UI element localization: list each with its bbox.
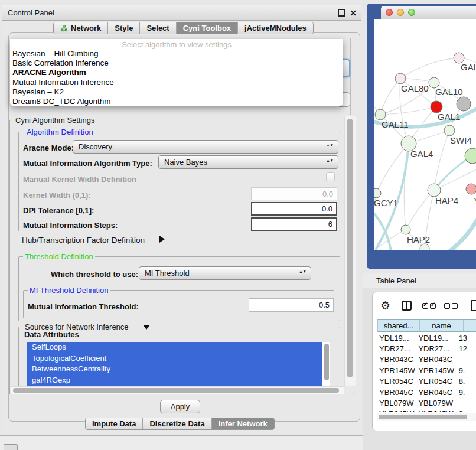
bottom-tab-discretize-data[interactable]: Discretize Data [143, 418, 211, 429]
network-edge [376, 144, 409, 193]
mi-threshold-label: Mutual Information Threshold: [28, 302, 139, 311]
network-node-gcy1[interactable] [374, 188, 381, 198]
table-hscrollbar[interactable] [377, 413, 476, 421]
network-node-label: HAP4 [435, 195, 458, 206]
data-attributes-label: Data Attributes [24, 330, 79, 339]
network-node-label: GCY1 [374, 198, 398, 208]
document-icon[interactable] [471, 300, 476, 311]
network-node-label: HAP2 [407, 234, 430, 244]
corner-button-fragment[interactable] [4, 444, 18, 450]
attribute-item-selfloops[interactable]: SelfLoops [27, 342, 322, 353]
table-header: shared...nameA [377, 319, 476, 332]
algorithm-option-dream8-dc-tdc-algorithm[interactable]: Dream8 DC_TDC Algorithm [10, 97, 343, 106]
table-panel-titlebar[interactable]: Table Panel [363, 273, 476, 289]
settings-vscrollbar[interactable] [344, 116, 356, 386]
table-row[interactable]: YBR045CYBR045C9. [377, 387, 476, 397]
table-row[interactable]: YPR145WYPR145W9. [377, 365, 476, 376]
tab-select[interactable]: Select [140, 22, 176, 34]
network-node-swi4[interactable] [444, 125, 455, 136]
network-node-y[interactable] [466, 184, 476, 194]
close-icon[interactable]: ✕ [350, 9, 357, 17]
control-panel-title: Control Panel [2, 8, 54, 17]
aracne-mode-select[interactable]: Discovery ▲▼ [73, 140, 338, 154]
bottom-tab-impute-data[interactable]: Impute Data [86, 418, 143, 429]
table-row[interactable]: YLR345WYLR345W9. [377, 409, 476, 412]
which-threshold-select[interactable]: MI Threshold ▲▼ [139, 266, 311, 280]
table-row[interactable]: YER054CYER054C8. [377, 376, 476, 387]
network-node-hap2[interactable] [401, 225, 410, 234]
dpi-tolerance-field[interactable]: 0.0 [251, 202, 337, 216]
algorithm-option-mutual-information-inference[interactable]: Mutual Information Inference [10, 78, 343, 87]
zoom-traffic-light-icon[interactable] [408, 9, 415, 16]
bottom-tab-infer-network[interactable]: Infer Network [212, 418, 274, 429]
network-canvas[interactable]: GALGAL80GAL10GAL1GAL11SWI4GAL4GCY1HAP4YH… [374, 19, 476, 250]
deselect-checkboxes-icon[interactable] [444, 303, 458, 309]
network-node-gal11[interactable] [375, 109, 386, 120]
combo-arrows-icon: ▲▼ [326, 158, 334, 162]
bottom-tabbar: Impute DataDiscretize DataInfer Network [85, 418, 275, 430]
float-window-icon[interactable] [338, 9, 345, 17]
data-attributes-list[interactable]: SelfLoopsTopologicalCoefficientBetweenne… [27, 342, 330, 387]
combo-arrows-icon: ▲▼ [299, 269, 307, 273]
algorithm-option-aracne-algorithm[interactable]: ARACNE Algorithm [10, 68, 343, 77]
expander-arrow-down-icon[interactable] [143, 325, 150, 330]
table-row[interactable]: YDL19...YDL19...13 [377, 332, 476, 343]
list-scrollbar[interactable] [324, 344, 329, 380]
apply-button[interactable]: Apply [160, 400, 200, 413]
network-node-gal80[interactable] [395, 73, 406, 84]
network-node-label: Y [474, 195, 476, 206]
network-edge [380, 79, 400, 115]
algorithm-option-basic-correlation-inference[interactable]: Basic Correlation Inference [10, 58, 343, 68]
mi-type-select[interactable]: Naive Bayes ▲▼ [158, 155, 338, 169]
tab-network[interactable]: Network [54, 22, 108, 34]
column-header-shared[interactable]: shared... [377, 319, 420, 332]
tab-style[interactable]: Style [108, 22, 140, 34]
table-row[interactable]: YDR27...YDR27...12 [377, 343, 476, 354]
network-node-gal1[interactable] [431, 101, 442, 113]
network-edge [400, 58, 459, 79]
screen: Control Panel ✕ NetworkStyleSelectCyni T… [0, 0, 476, 450]
algorithm-popup-items: Bayesian – Hill ClimbingBasic Correlatio… [10, 49, 343, 106]
hub-section-expander[interactable]: Hub/Transcription Factor Definition [22, 236, 145, 244]
algorithm-option-bayesian-hill-climbing[interactable]: Bayesian – Hill Climbing [10, 49, 343, 58]
tab-jactivemnodules[interactable]: jActiveMNodules [238, 22, 313, 34]
network-node-grnB[interactable] [420, 244, 429, 250]
attribute-item-betweennesscentrality[interactable]: BetweennessCentrality [27, 364, 322, 375]
control-panel-window: Control Panel ✕ NetworkStyleSelectCyni T… [2, 5, 361, 435]
network-node-label: GAL11 [382, 119, 409, 129]
algorithm-option-bayesian-k2[interactable]: Bayesian – K2 [10, 87, 343, 97]
network-node-label: GAL10 [435, 87, 463, 97]
select-all-checkboxes-icon[interactable] [422, 303, 436, 309]
settings-gear-icon[interactable]: ⚙ [380, 299, 390, 312]
column-header-a[interactable]: A [464, 319, 476, 332]
manual-kernel-label: Manual Kernel Width Definition [23, 175, 136, 184]
minimize-traffic-light-icon[interactable] [397, 9, 404, 16]
settings-hscrollbar[interactable] [11, 386, 344, 394]
expander-arrow-right-icon[interactable] [159, 236, 165, 243]
column-header-name[interactable]: name [420, 319, 464, 332]
aracne-mode-label: Aracne Mode: [23, 144, 74, 152]
table-row[interactable]: YBL079WYBL079W [377, 397, 476, 408]
table-row[interactable]: YBR043CYBR043C [377, 354, 476, 365]
control-panel-titlebar[interactable]: Control Panel ✕ [2, 5, 361, 21]
table-panel: ⚙ shared...nameA YDL19...YDL19...13YDR27… [372, 292, 476, 431]
column-layout-icon[interactable] [402, 301, 412, 311]
network-window-titlebar[interactable] [381, 6, 476, 19]
close-traffic-light-icon[interactable] [386, 9, 393, 16]
attribute-item-topologicalcoefficient[interactable]: TopologicalCoefficient [27, 353, 322, 364]
algorithm-popup-placeholder: Select algorithm to view settings [10, 40, 343, 49]
tab-cyni-toolbox[interactable]: Cyni Toolbox [177, 22, 238, 34]
network-view-window[interactable]: GALGAL80GAL10GAL1GAL11SWI4GAL4GCY1HAP4YH… [367, 4, 476, 269]
network-node-hap4[interactable] [428, 184, 441, 197]
mi-steps-field[interactable]: 6 [251, 217, 337, 231]
mi-threshold-legend: MI Threshold Definition [28, 286, 110, 295]
network-node-gray1[interactable] [457, 97, 471, 111]
mi-type-label: Mutual Information Algorithm Type: [23, 159, 152, 168]
network-node-grnR[interactable] [465, 148, 476, 164]
dpi-tolerance-label: DPI Tolerance [0,1]: [23, 206, 94, 215]
top-tabbar: NetworkStyleSelectCyni ToolboxjActiveMNo… [53, 22, 314, 34]
network-node-label: GAL [461, 62, 476, 72]
network-node-label: GAL4 [410, 149, 433, 159]
attribute-item-gal4rgexp[interactable]: gal4RGexp [27, 375, 322, 386]
mi-threshold-field[interactable]: 0.5 [249, 298, 334, 312]
